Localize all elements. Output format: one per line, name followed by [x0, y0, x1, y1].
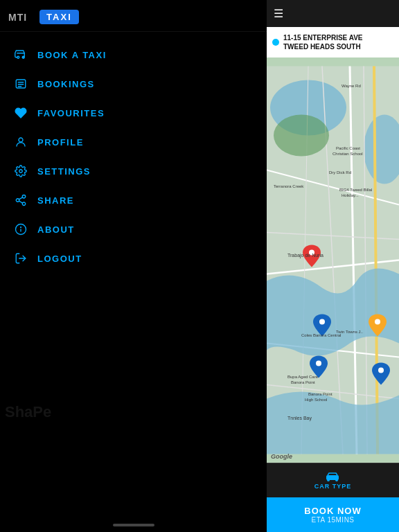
svg-text:Tnnles Bay: Tnnles Bay	[287, 416, 312, 421]
svg-text:Twin Towns J..: Twin Towns J..	[336, 330, 363, 334]
sidebar: MTI TAXI BOOK A TAXI	[0, 0, 267, 532]
svg-text:Dry Dick Rd: Dry Dick Rd	[329, 170, 351, 175]
gear-icon	[14, 164, 28, 178]
svg-point-29	[274, 115, 329, 157]
svg-point-6	[19, 138, 23, 142]
person-icon	[14, 135, 28, 149]
nav-label-logout: LOGOUT	[37, 254, 82, 264]
share-icon	[14, 193, 28, 207]
address-dot	[272, 39, 279, 46]
svg-text:High School: High School	[305, 398, 327, 402]
svg-text:Holiday...: Holiday...	[342, 193, 359, 197]
sidebar-header: MTI TAXI	[0, 0, 267, 32]
taxi-icon	[14, 48, 28, 62]
list-icon	[14, 77, 28, 91]
nav-item-profile[interactable]: PROFILE	[0, 127, 267, 157]
book-now-button[interactable]: BOOK NOW ETA 15MINS	[267, 497, 399, 532]
car-type-bar[interactable]: CAR TYPE	[267, 463, 399, 497]
svg-text:Trabajo de Nuria: Trabajo de Nuria	[287, 253, 323, 258]
svg-text:Banora Point: Banora Point	[308, 392, 332, 396]
heart-icon	[14, 106, 28, 120]
car-type-label: CAR TYPE	[314, 483, 352, 490]
scroll-indicator	[113, 524, 154, 526]
address-bar: 11-15 ENTERPRISE AVE TWEED HEADS SOUTH	[267, 27, 399, 57]
address-text: 11-15 ENTERPRISE AVE TWEED HEADS SOUTH	[283, 33, 362, 51]
nav-item-logout[interactable]: LOGOUT	[0, 244, 267, 273]
nav-item-about[interactable]: ABOUT	[0, 215, 267, 244]
taxi-badge: TAXI	[39, 10, 79, 24]
info-icon	[14, 222, 28, 236]
svg-point-36	[375, 319, 380, 325]
nav-label-settings: SETTINGS	[37, 166, 91, 177]
svg-point-40	[378, 368, 384, 373]
svg-line-12	[19, 197, 22, 200]
nav-item-favourites[interactable]: FAVOURITES	[0, 98, 267, 127]
svg-point-57	[327, 479, 330, 481]
svg-line-11	[19, 201, 22, 203]
map-panel: ☰ 11-15 ENTERPRISE AVE TWEED HEADS SOUTH	[267, 0, 399, 532]
map-area: Trabajo de Nuria Coles Banora Central Tw…	[267, 57, 399, 463]
hamburger-icon[interactable]: ☰	[274, 7, 283, 20]
svg-text:Christian School: Christian School	[332, 152, 363, 156]
svg-text:Banora Point: Banora Point	[291, 380, 315, 384]
nav-label-profile: PROFILE	[37, 137, 84, 148]
nav-item-book-a-taxi[interactable]: BOOK A TAXI	[0, 40, 267, 69]
google-logo: Google	[271, 453, 292, 460]
svg-text:Bupa Aged Care: Bupa Aged Care	[287, 375, 319, 379]
svg-text:Terranora Creek: Terranora Creek	[274, 184, 304, 188]
svg-text:BIG4 Tweed Billal: BIG4 Tweed Billal	[339, 188, 372, 192]
car-icon-area: CAR TYPE	[314, 472, 352, 490]
svg-point-38	[316, 361, 321, 366]
nav-label-about: ABOUT	[37, 224, 75, 235]
map-topbar: ☰	[267, 0, 399, 27]
book-now-label: BOOK NOW	[304, 506, 361, 516]
nav-label-share: SHARE	[37, 195, 74, 206]
svg-point-0	[17, 56, 19, 58]
svg-point-58	[335, 479, 338, 481]
logout-icon	[14, 251, 28, 265]
svg-point-34	[319, 319, 325, 325]
nav-item-bookings[interactable]: BOOKINGS	[0, 69, 267, 98]
nav-label-book-a-taxi: BOOK A TAXI	[37, 50, 107, 60]
svg-point-7	[19, 170, 23, 173]
nav-menu: BOOK A TAXI BOOKINGS FAVOURITES	[0, 32, 267, 281]
shape-text: ShaPe	[5, 403, 51, 421]
nav-label-favourites: FAVOURITES	[37, 108, 105, 118]
nav-item-share[interactable]: SHARE	[0, 186, 267, 215]
svg-text:Wayne Rd: Wayne Rd	[342, 84, 361, 88]
svg-text:Pacific Coast: Pacific Coast	[336, 146, 360, 150]
nav-item-settings[interactable]: SETTINGS	[0, 157, 267, 186]
mti-label: MTI	[8, 12, 27, 23]
eta-label: ETA 15MINS	[311, 516, 354, 524]
nav-label-bookings: BOOKINGS	[37, 79, 95, 89]
svg-text:Coles Banora Central: Coles Banora Central	[301, 333, 341, 337]
